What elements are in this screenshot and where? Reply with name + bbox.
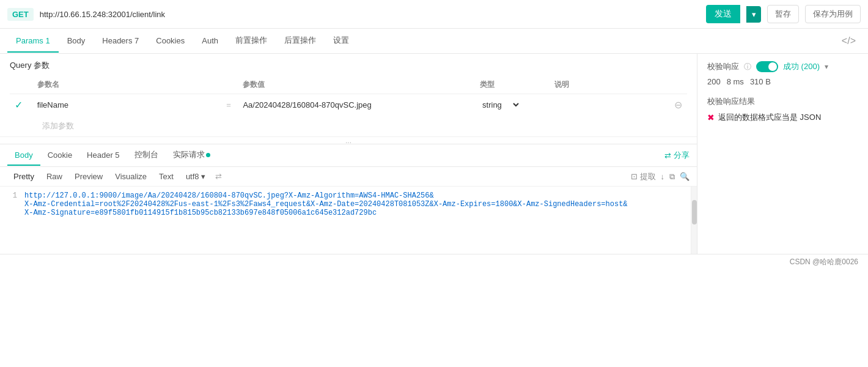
response-body: 1http://127.0.0.1:9000/image/Aa/20240428… [0,187,697,254]
tab-pre-op[interactable]: 前置操作 [227,29,276,53]
col-header-type: 类型 [475,76,550,94]
response-url: http://127.0.0.1:9000/image/Aa/20240428/… [24,191,434,200]
format-tab-preview[interactable]: Preview [68,169,109,184]
tab-settings[interactable]: 设置 [325,29,358,53]
response-line-3: X-Amz-Signature=e89f5801fb0114915f1b815b… [7,209,683,217]
format-tab-pretty[interactable]: Pretty [7,169,40,184]
dot-badge [206,153,210,157]
scrollbar-thumb[interactable] [692,200,697,224]
error-item: ✖ 返回的数据格式应当是 JSON [707,112,858,123]
response-tab-header[interactable]: Header 5 [79,146,127,166]
format-tab-utf8[interactable]: utf8 ▾ [180,169,211,184]
col-header-name: 参数名 [32,76,219,94]
left-panel: Query 参数 参数名 参数值 类型 说明 [0,54,697,254]
col-header-check [10,76,32,94]
share-icon: ⇄ [664,151,671,160]
validate-dropdown-icon[interactable]: ▾ [825,62,828,71]
validate-status: 成功 (200) [783,61,820,72]
stat-time: 8 ms [727,77,744,86]
col-header-action [662,76,687,94]
tab-body[interactable]: Body [59,30,94,53]
response-tabs: Body Cookie Header 5 控制台 实际请求 ⇄ 分享 [0,144,697,167]
stats-row: 200 8 ms 310 B [707,77,858,86]
info-icon: ⓘ [744,62,751,72]
error-icon: ✖ [707,113,715,122]
add-param-row: 添加参数 [10,116,687,136]
save-temp-button[interactable]: 暂存 [767,5,799,23]
response-tab-actual[interactable]: 实际请求 [166,144,218,166]
http-method: GET [7,8,34,21]
response-tab-body[interactable]: Body [7,146,40,166]
col-header-desc: 说明 [550,76,662,94]
col-header-value: 参数值 [238,76,475,94]
url-bar: GET http://10.66.15.248:32001/client/lin… [0,0,868,29]
code-icon[interactable]: </> [837,31,861,51]
response-content: 1http://127.0.0.1:9000/image/Aa/20240428… [0,187,691,254]
format-tab-visualize[interactable]: Visualize [109,169,153,184]
response-line-2: X-Amz-Credential=root%2F20240428%2Fus-ea… [7,200,683,209]
scrollbar-vertical[interactable] [691,187,697,254]
param-name[interactable]: fileName [37,100,68,109]
response-section: Body Cookie Header 5 控制台 实际请求 ⇄ 分享 Prett… [0,144,697,254]
param-eq: = [219,94,238,116]
response-url-cont1: X-Amz-Credential=root%2F20240428%2Fus-ea… [24,200,628,209]
add-param-cell: 添加参数 [32,116,687,136]
filter-icon[interactable]: ⇄ [215,172,222,181]
tab-auth[interactable]: Auth [193,30,227,53]
param-type-cell: string integer boolean [475,94,550,116]
format-tab-text[interactable]: Text [153,169,180,184]
format-tabs: Pretty Raw Preview Visualize Text utf8 ▾… [0,167,697,187]
main-layout: Query 参数 参数名 参数值 类型 说明 [0,54,868,254]
stat-size: 310 B [750,77,771,86]
param-check[interactable]: ✓ [10,94,32,116]
param-name-cell: fileName [32,94,219,116]
param-remove-cell: ⊖ [662,94,687,116]
response-url-cont2: X-Amz-Signature=e89f5801fb0114915f1b815b… [24,209,377,217]
response-tab-console[interactable]: 控制台 [127,144,166,166]
format-actions: ⊡ 提取 ↓ ⧉ 🔍 [631,171,690,182]
request-tabs: Params 1 Body Headers 7 Cookies Auth 前置操… [0,29,868,54]
footer-text: CSDN @哈哈鹿0026 [790,258,858,266]
extract-button[interactable]: ⊡ 提取 [631,171,656,182]
tab-params[interactable]: Params 1 [7,30,59,53]
send-dropdown-button[interactable]: ▾ [746,6,761,23]
response-line-1: 1http://127.0.0.1:9000/image/Aa/20240428… [7,191,683,200]
right-panel: 校验响应 ⓘ 成功 (200) ▾ 200 8 ms 310 B 校验响应结果 … [697,54,868,254]
query-section: Query 参数 参数名 参数值 类型 说明 [0,54,697,136]
footer-bar: CSDN @哈哈鹿0026 [0,254,868,270]
validate-label: 校验响应 [707,61,739,72]
search-icon[interactable]: 🔍 [680,172,690,181]
param-value[interactable]: Aa/20240428/160804-870qvSC.jpeg [243,100,371,109]
format-tab-raw[interactable]: Raw [40,169,68,184]
upper-section: Query 参数 参数名 参数值 类型 说明 [0,54,697,136]
line-number-1: 1 [7,191,17,200]
panel-divider[interactable]: ... [0,136,697,144]
param-type-select[interactable]: string integer boolean [480,100,521,110]
col-header-eq [219,76,238,94]
url-input[interactable]: http://10.66.15.248:32001/client/link [40,10,700,19]
tab-post-op[interactable]: 后置操作 [276,29,325,53]
share-button[interactable]: ⇄ 分享 [664,150,690,161]
copy-icon[interactable]: ⧉ [669,172,675,182]
response-tab-cookie[interactable]: Cookie [40,146,79,166]
add-param-button[interactable]: 添加参数 [37,116,79,135]
validate-result-label: 校验响应结果 [707,96,858,107]
query-label: Query 参数 [10,60,687,71]
tab-headers[interactable]: Headers 7 [94,30,147,53]
save-example-button[interactable]: 保存为用例 [805,5,861,23]
check-icon: ✓ [15,100,23,110]
remove-param-button[interactable]: ⊖ [674,100,682,110]
validate-toggle[interactable] [756,61,778,72]
send-button[interactable]: 发送 [706,5,740,23]
table-row: ✓ fileName = Aa/20240428/160804-870qvSC.… [10,94,687,116]
error-message: 返回的数据格式应当是 JSON [718,112,821,123]
tab-cookies[interactable]: Cookies [147,30,193,53]
param-desc-cell[interactable] [550,94,662,116]
params-table: 参数名 参数值 类型 说明 ✓ [10,76,687,136]
param-value-cell: Aa/20240428/160804-870qvSC.jpeg [238,94,475,116]
stat-code: 200 [707,77,721,86]
validate-row: 校验响应 ⓘ 成功 (200) ▾ [707,61,858,72]
download-icon[interactable]: ↓ [661,172,665,181]
